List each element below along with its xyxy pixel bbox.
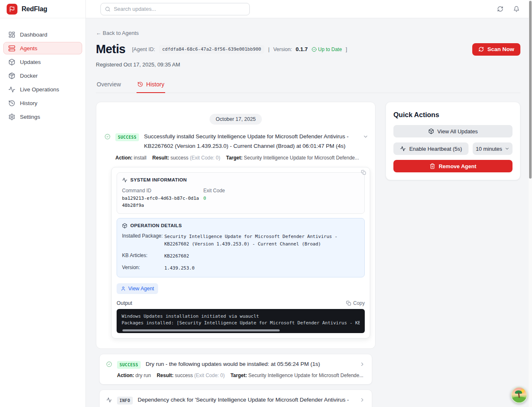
- timeline-group-card: October 17, 2025 SUCCESS Successfully in…: [96, 102, 376, 349]
- tab-overview[interactable]: Overview: [96, 78, 122, 93]
- sidebar: RedFlag Dashboard Agents Updates Docker …: [0, 0, 86, 407]
- package-icon: [122, 223, 127, 228]
- remove-agent-button[interactable]: Remove Agent: [393, 160, 512, 172]
- chevron-down-icon: [505, 146, 510, 151]
- redflag-logo[interactable]: [7, 4, 17, 15]
- agent-id-chip[interactable]: cdfdfa84-68c6-47a2-8f56-639e001bb900: [159, 45, 264, 54]
- user-icon: [121, 286, 126, 291]
- server-icon: [8, 45, 15, 52]
- sidebar-item-label: Settings: [20, 114, 40, 120]
- package-icon: [8, 59, 15, 66]
- check-circle-icon: [106, 361, 112, 367]
- op-row: Version: 1.439.253.0: [122, 265, 359, 272]
- search-input[interactable]: [114, 6, 245, 12]
- body-row: October 17, 2025 SUCCESS Successfully in…: [96, 102, 520, 407]
- status-badge: SUCCESS: [117, 361, 141, 369]
- agent-meta: [Agent ID: cdfdfa84-68c6-47a2-8f56-639e0…: [132, 45, 347, 54]
- island-widget-button[interactable]: [511, 387, 527, 403]
- sidebar-nav: Dashboard Agents Updates Docker Live Ope…: [0, 18, 85, 133]
- chevron-right-icon[interactable]: [359, 361, 365, 367]
- command-id-value: ba129213-efc0-4d63-b87c-0d1a48b28f9a: [122, 195, 199, 209]
- version-value: 0.1.7: [296, 46, 308, 52]
- entry-title: Dry run - the following updates would be…: [146, 360, 320, 369]
- entry-title: Successfully installd Security Intellige…: [144, 132, 358, 151]
- sidebar-item-label: Live Operations: [20, 86, 59, 93]
- output-label: Output: [117, 300, 132, 306]
- copy-output-button[interactable]: Copy: [346, 300, 365, 306]
- back-to-agents-link[interactable]: ← Back to Agents: [96, 30, 139, 36]
- op-row: KB Articles: KB2267602: [122, 253, 359, 260]
- chevron-right-icon[interactable]: [359, 397, 365, 403]
- search-bar[interactable]: [100, 3, 250, 15]
- entry-meta: Action:install Result:success (Exit Code…: [115, 155, 368, 161]
- topbar-icons: [497, 6, 520, 12]
- operation-details-title: OPERATION DETAILS: [130, 223, 182, 228]
- terminal-scrollbar: [122, 329, 360, 332]
- tab-history[interactable]: History: [137, 78, 165, 93]
- content-area: ← Back to Agents Metis [Agent ID: cdfdfa…: [86, 18, 532, 407]
- app-root: RedFlag Dashboard Agents Updates Docker …: [0, 0, 532, 407]
- view-all-updates-button[interactable]: View All Updates: [393, 125, 512, 137]
- sidebar-item-updates[interactable]: Updates: [3, 56, 82, 68]
- quick-actions-title: Quick Actions: [393, 111, 512, 119]
- system-info-title: SYSTEM INFORMATION: [130, 177, 187, 182]
- sidebar-item-agents[interactable]: Agents: [3, 42, 82, 54]
- flag-icon: [9, 6, 15, 12]
- topbar: [86, 0, 532, 18]
- status-badge: INFO: [117, 397, 133, 405]
- history-entry[interactable]: SUCCESS Dry run - the following updates …: [99, 354, 372, 385]
- history-icon: [137, 81, 143, 87]
- agent-title-row: Metis [Agent ID: cdfdfa84-68c6-47a2-8f56…: [96, 42, 520, 56]
- sidebar-item-live-operations[interactable]: Live Operations: [3, 83, 82, 96]
- op-row: Installed Package: Security Intelligence…: [122, 233, 359, 248]
- up-to-date-badge: Up to Date: [312, 47, 342, 52]
- scan-now-button[interactable]: Scan Now: [472, 43, 520, 56]
- view-agent-button[interactable]: View Agent: [117, 283, 158, 294]
- entry-detail-panel: SYSTEM INFORMATION Command ID ba129213-e…: [111, 167, 370, 338]
- page-title: Metis: [96, 42, 125, 56]
- enable-heartbeat-button[interactable]: Enable Heartbeat (5s): [393, 142, 469, 155]
- activity-icon: [106, 397, 112, 403]
- terminal-output: Windows Updates installation initiated v…: [117, 309, 365, 333]
- date-pill: October 17, 2025: [210, 114, 262, 125]
- sidebar-item-label: History: [20, 100, 37, 106]
- chevron-down-icon[interactable]: [363, 134, 368, 140]
- entry-meta: Action:dry run Result:success (Exit Code…: [117, 373, 365, 378]
- version-label: Version:: [273, 47, 292, 52]
- agent-id-label: [Agent ID:: [132, 47, 155, 52]
- bell-icon[interactable]: [513, 6, 520, 12]
- history-entry-expanded[interactable]: SUCCESS Successfully installd Security I…: [103, 132, 368, 342]
- main-area: ← Back to Agents Metis [Agent ID: cdfdfa…: [86, 0, 532, 407]
- sidebar-item-label: Updates: [20, 59, 41, 65]
- quick-actions-panel: Quick Actions View All Updates Enable He…: [386, 102, 520, 180]
- command-id-label: Command ID: [122, 188, 203, 194]
- status-badge: SUCCESS: [115, 133, 139, 141]
- container-box-icon: [8, 72, 15, 79]
- sidebar-item-docker[interactable]: Docker: [3, 69, 82, 82]
- trash-icon: [430, 163, 435, 169]
- copy-icon[interactable]: [361, 170, 366, 175]
- check-circle-icon: [105, 134, 110, 140]
- window-scrollbar-thumb[interactable]: [529, 1, 532, 179]
- exit-code-label: Exit Code: [203, 188, 359, 194]
- system-information-box: SYSTEM INFORMATION Command ID ba129213-e…: [117, 172, 365, 214]
- history-icon: [8, 100, 15, 107]
- sidebar-item-settings[interactable]: Settings: [3, 110, 82, 123]
- history-entry[interactable]: INFO Dependency check for 'Security Inte…: [99, 390, 372, 407]
- dashboard-icon: [8, 31, 15, 38]
- refresh-icon[interactable]: [497, 6, 503, 12]
- sidebar-item-label: Agents: [20, 45, 37, 51]
- sidebar-item-dashboard[interactable]: Dashboard: [3, 28, 82, 41]
- sidebar-item-label: Docker: [20, 73, 38, 79]
- history-timeline: October 17, 2025 SUCCESS Successfully in…: [96, 102, 376, 407]
- tab-bar: Overview History: [96, 78, 520, 93]
- brand-name: RedFlag: [22, 5, 47, 13]
- window-scrollbar[interactable]: [529, 0, 532, 407]
- copy-icon: [346, 301, 351, 306]
- heartbeat-interval-dropdown[interactable]: 10 minutes: [473, 142, 512, 155]
- sidebar-item-history[interactable]: History: [3, 97, 82, 109]
- operation-details-box: OPERATION DETAILS Installed Package: Sec…: [117, 218, 365, 277]
- sidebar-header: RedFlag: [0, 0, 85, 18]
- activity-icon: [400, 146, 406, 152]
- terminal-scrollbar-thumb[interactable]: [122, 329, 280, 331]
